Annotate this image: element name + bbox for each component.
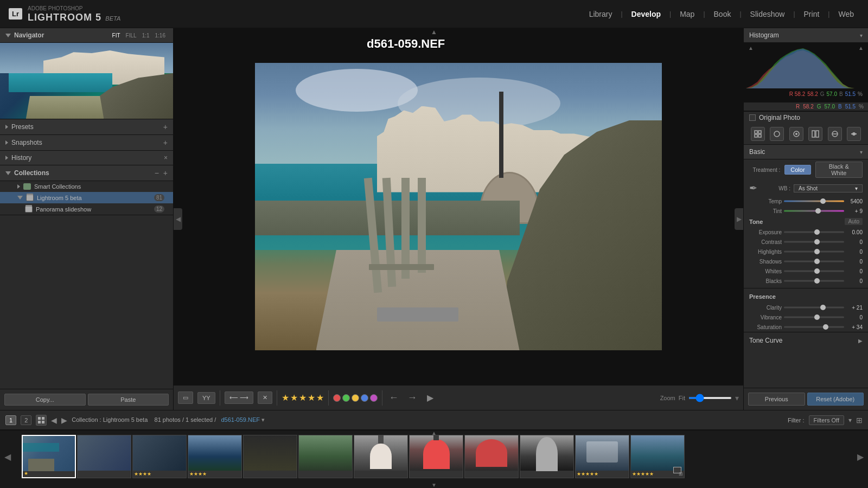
histogram-highlight-clip-icon[interactable]: ▲ (858, 45, 864, 51)
filmstrip-item-10[interactable] (520, 435, 574, 478)
filmstrip-right-arrow[interactable]: ▶ (857, 451, 864, 461)
filmstrip-bottom-arrow[interactable]: ▼ (431, 482, 437, 488)
nav-library[interactable]: Library (584, 8, 618, 21)
eyedropper-icon[interactable]: ✒ (749, 182, 760, 194)
presets-add-btn[interactable]: + (163, 123, 168, 131)
filmstrip-item-9[interactable] (464, 435, 519, 478)
basic-dropdown[interactable]: ▾ (860, 149, 863, 155)
navigator-header[interactable]: Navigator FIT FILL 1:1 1:16 (0, 28, 173, 43)
filmstrip-item-8[interactable] (409, 435, 463, 478)
color-blue[interactable] (361, 394, 368, 402)
exposure-slider[interactable] (784, 228, 844, 236)
prev-next-arrows-btn[interactable]: ⟵ ⟶ (225, 391, 253, 404)
top-collapse-arrow[interactable]: ▲ (431, 28, 437, 36)
tone-auto-btn[interactable]: Auto (845, 218, 863, 225)
saturation-thumb[interactable] (823, 324, 828, 330)
color-red[interactable] (333, 394, 341, 402)
histogram-shadow-clip-icon[interactable]: ▲ (748, 45, 754, 51)
zoom-dropdown-btn[interactable]: ▾ (735, 394, 739, 402)
crop-tool[interactable] (770, 127, 784, 141)
whites-slider[interactable] (784, 267, 844, 275)
crop-btn[interactable]: ✕ (258, 391, 272, 404)
heal-tool[interactable] (789, 127, 803, 141)
view-multi-btn[interactable]: 2 (21, 415, 31, 425)
filmstrip-top-arrow[interactable]: ▲ (431, 430, 437, 436)
presets-header[interactable]: Presets + (0, 119, 173, 134)
star-1[interactable]: ★ (282, 393, 289, 403)
filmstrip-item-2[interactable] (77, 435, 131, 478)
lr5beta-collection-item[interactable]: Lightroom 5 beta 81 (0, 192, 173, 203)
tint-slider[interactable] (784, 207, 844, 215)
filmstrip-item-7[interactable] (354, 435, 408, 478)
collections-add-btn[interactable]: + (163, 169, 168, 177)
nav-prev-btn[interactable]: ← (387, 391, 401, 404)
zoom-1-1-btn[interactable]: 1:1 (140, 32, 152, 39)
tone-curve-section[interactable]: Tone Curve ▶ (744, 332, 868, 349)
grid-tool[interactable] (751, 127, 765, 141)
exposure-thumb[interactable] (814, 229, 820, 235)
zoom-1-16-btn[interactable]: 1:16 (153, 32, 168, 39)
filename-dropdown[interactable]: ▾ (261, 416, 265, 423)
navigator-thumbnail[interactable] (0, 43, 173, 119)
collections-minus-btn[interactable]: − (155, 169, 159, 177)
nav-book[interactable]: Book (709, 8, 737, 21)
zoom-fill-btn[interactable]: FILL (124, 32, 139, 39)
filmstrip-left-arrow[interactable]: ◀ (4, 451, 11, 461)
view-single-btn[interactable]: 1 (5, 415, 16, 425)
temp-thumb[interactable] (820, 198, 826, 204)
filmstrip-item-6[interactable] (298, 435, 353, 478)
zoom-slider[interactable] (688, 397, 732, 399)
wb-value-selector[interactable]: As Shot ▾ (794, 184, 863, 192)
temp-slider[interactable] (784, 197, 844, 205)
snapshots-add-btn[interactable]: + (163, 138, 168, 147)
history-header[interactable]: History × (0, 151, 173, 165)
photo-container[interactable] (255, 63, 662, 350)
filmstrip-item-5[interactable] (243, 435, 297, 478)
highlights-slider[interactable] (784, 248, 844, 255)
reset-btn[interactable]: Reset (Adobe) (807, 393, 864, 406)
filmstrip-item-3[interactable]: ★ ★ ★ ★ (132, 435, 187, 478)
tint-thumb[interactable] (815, 208, 821, 214)
panorama-slideshow-item[interactable]: Panorama slideshow 12 (0, 203, 173, 215)
color-treatment-btn[interactable]: Color (784, 165, 810, 175)
filter-value[interactable]: Filters Off (809, 415, 844, 425)
copy-button[interactable]: Copy... (4, 394, 86, 406)
collections-header[interactable]: Collections − + (0, 165, 173, 181)
history-close-btn[interactable]: × (164, 154, 168, 162)
whites-thumb[interactable] (814, 268, 820, 274)
filmstrip-nav-prev[interactable]: ◀ (51, 416, 57, 425)
color-green[interactable] (342, 394, 350, 402)
nav-map[interactable]: Map (674, 8, 700, 21)
grid-view-btn[interactable] (36, 415, 47, 426)
yy-btn[interactable]: YY (197, 392, 215, 404)
bw-treatment-btn[interactable]: Black & White (815, 162, 863, 178)
highlights-thumb[interactable] (814, 249, 820, 254)
filmstrip-nav-next[interactable]: ▶ (61, 416, 67, 425)
vibrance-slider[interactable] (784, 313, 844, 321)
original-photo-checkbox[interactable] (749, 114, 756, 121)
color-purple[interactable] (370, 394, 378, 402)
left-panel-collapse-btn[interactable]: ◀ (174, 208, 182, 230)
vibrance-thumb[interactable] (814, 314, 820, 320)
color-yellow[interactable] (352, 394, 359, 402)
right-panel-collapse-btn[interactable]: ▶ (735, 208, 743, 230)
redeye-tool[interactable] (808, 127, 822, 141)
slideshow-play-btn[interactable]: ▶ (424, 391, 437, 404)
smart-collections-item[interactable]: Smart Collections (0, 181, 173, 192)
shadows-slider[interactable] (784, 258, 844, 265)
clarity-thumb[interactable] (820, 305, 826, 310)
filmstrip-item-4[interactable]: ★ ★ ★ ★ (188, 435, 242, 478)
filmstrip-item-1[interactable]: ★ (22, 435, 76, 478)
filmstrip-item-12[interactable]: ★ ★ ★ ★ ★ ⊞ (630, 435, 685, 478)
view-mode-btn[interactable]: ▭ (178, 391, 193, 404)
nav-slideshow[interactable]: Slideshow (745, 8, 790, 21)
blacks-slider[interactable] (784, 277, 844, 285)
nav-next-btn[interactable]: → (405, 391, 419, 404)
zoom-fit-btn[interactable]: FIT (110, 32, 123, 39)
snapshots-header[interactable]: Snapshots + (0, 135, 173, 150)
previous-btn[interactable]: Previous (748, 393, 805, 406)
nav-develop[interactable]: Develop (626, 8, 666, 21)
gradient-tool[interactable] (828, 127, 842, 141)
current-filename-link[interactable]: d561-059.NEF (221, 416, 260, 423)
expand-filmstrip-btn[interactable]: ⊞ (856, 416, 863, 425)
